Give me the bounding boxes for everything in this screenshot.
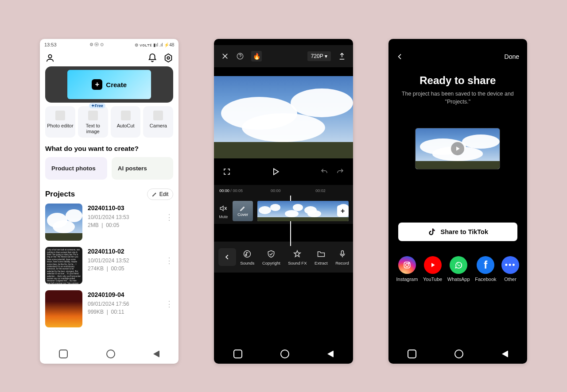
mute-icon [219, 204, 227, 212]
folder-icon [317, 250, 326, 258]
project-thumb [45, 290, 82, 327]
bell-icon[interactable] [148, 53, 157, 63]
tool-soundfx[interactable]: Sound FX [288, 249, 307, 265]
export-icon[interactable] [338, 52, 346, 60]
more-icon[interactable]: ⋮ [165, 247, 173, 265]
star-icon [293, 250, 302, 258]
share-header: Done [388, 44, 527, 69]
tool-autocut[interactable]: AutoCut [111, 106, 141, 138]
chevron-left-icon[interactable] [396, 53, 404, 60]
top-header [40, 50, 179, 65]
chevron-down-icon: ▾ [325, 53, 327, 59]
resolution-dropdown[interactable]: 720P▾ [307, 51, 331, 61]
project-row[interactable]: Only a fool can look at someone, see not… [45, 247, 173, 284]
nav-home-icon[interactable] [454, 350, 463, 358]
share-socials: Instagram YouTube WhatsApp fFacebook •••… [388, 241, 527, 282]
share-other[interactable]: •••Other [501, 256, 519, 282]
shared-video-thumb[interactable] [415, 128, 500, 169]
fullscreen-icon[interactable] [223, 168, 231, 176]
free-badge: ✦Free [89, 103, 105, 108]
video-preview[interactable] [214, 76, 353, 158]
tool-camera[interactable]: Camera [143, 106, 173, 138]
project-thumb: Only a fool can look at someone, see not… [45, 247, 82, 284]
instagram-icon [398, 256, 416, 274]
gear-icon[interactable] [163, 53, 173, 63]
nav-recent-icon[interactable] [59, 350, 68, 358]
tool-record[interactable]: Record [335, 249, 349, 265]
tool-text-to-image[interactable]: ✦FreeText to image [78, 106, 108, 138]
nav-back-icon[interactable] [327, 350, 334, 357]
plus-icon: + [92, 79, 102, 90]
nav-back-icon[interactable] [153, 350, 159, 357]
nav-recent-icon[interactable] [233, 350, 242, 358]
player-controls [214, 158, 353, 185]
tiktok-icon [427, 227, 436, 236]
time-ruler: 00:00 / 00:05 00:00 00:02 [214, 188, 353, 196]
create-card[interactable]: + Create [45, 66, 173, 103]
cover-button[interactable]: Cover [233, 201, 253, 221]
share-subtitle: The project has been saved to the device… [388, 90, 527, 106]
add-clip-button[interactable]: + [337, 205, 349, 217]
redo-icon[interactable] [336, 168, 344, 176]
android-navbar [388, 344, 527, 364]
tool-photo-editor[interactable]: Photo editor [45, 106, 75, 138]
tool-sounds[interactable]: Sounds [240, 249, 254, 265]
create-label: Create [106, 81, 127, 88]
project-name: 20240110-02 [88, 248, 160, 255]
nav-home-icon[interactable] [280, 350, 289, 358]
share-tiktok-button[interactable]: Share to TikTok [398, 223, 517, 241]
chevron-left-icon [224, 254, 230, 260]
youtube-icon [424, 256, 442, 274]
status-bar: 13:53 ⚙ ⓦ ⊙ ⊚ ᴠᴏʟᴛᴇ ▮ıl .ıl ⚡48 [40, 39, 179, 50]
project-date: 10/01/2024 13:52 [88, 257, 160, 264]
share-facebook[interactable]: fFacebook [475, 256, 496, 282]
create-button[interactable]: + Create [92, 79, 127, 90]
svg-point-9 [408, 263, 409, 264]
pencil-icon [152, 192, 157, 197]
android-navbar [214, 344, 353, 364]
done-button[interactable]: Done [505, 53, 519, 60]
nav-recent-icon[interactable] [408, 350, 416, 358]
home-screen: 13:53 ⚙ ⓦ ⊙ ⊚ ᴠᴏʟᴛᴇ ▮ıl .ıl ⚡48 + Create… [40, 39, 179, 364]
user-icon[interactable] [45, 53, 55, 63]
svg-point-5 [245, 254, 247, 255]
editor-header: 🔥 720P▾ [214, 45, 353, 67]
cat-ai-posters[interactable]: AI posters [112, 157, 174, 180]
shield-icon [267, 250, 276, 258]
tool-extract[interactable]: Extract [315, 249, 328, 265]
play-overlay-icon [451, 142, 464, 155]
svg-marker-1 [165, 54, 172, 62]
undo-icon[interactable] [320, 168, 328, 176]
more-icon[interactable]: ⋮ [165, 204, 173, 222]
toolbar-back-button[interactable] [218, 248, 236, 266]
nav-home-icon[interactable] [106, 350, 115, 358]
nav-back-icon[interactable] [502, 350, 508, 357]
help-icon[interactable] [236, 52, 244, 60]
more-icon[interactable]: ⋮ [165, 290, 173, 309]
share-whatsapp[interactable]: WhatsApp [447, 256, 470, 282]
editor-toolbar: Sounds Copyright Sound FX Extract Record [214, 242, 353, 273]
project-row[interactable]: 20240110-03 10/01/2024 13:53 2MB | 00:05… [45, 204, 173, 241]
share-screen: Done Ready to share The project has been… [388, 39, 527, 364]
play-icon[interactable] [271, 167, 280, 176]
pencil-icon [240, 205, 246, 211]
music-note-icon [243, 250, 252, 258]
svg-point-2 [167, 57, 170, 59]
fire-icon[interactable]: 🔥 [251, 51, 262, 61]
editor-screen: 🔥 720P▾ 00:00 / 00:05 00:00 00:02 Mute [214, 39, 353, 364]
project-row[interactable]: 20240109-04 09/01/2024 17:56 999KB | 00:… [45, 290, 173, 327]
tool-copyright[interactable]: Copyright [262, 249, 280, 265]
timeline[interactable]: 00:00 / 00:05 00:00 00:02 Mute Cover + [214, 185, 353, 224]
project-date: 10/01/2024 13:53 [88, 214, 160, 220]
edit-projects-button[interactable]: Edit [147, 188, 174, 200]
share-youtube[interactable]: YouTube [423, 256, 442, 282]
mute-button[interactable]: Mute [218, 204, 228, 219]
project-thumb [45, 204, 82, 241]
status-icons-left: ⚙ ⓦ ⊙ [89, 42, 104, 48]
svg-point-8 [406, 264, 409, 267]
cat-product-photos[interactable]: Product photos [45, 157, 107, 180]
status-time: 13:53 [44, 42, 57, 47]
share-instagram[interactable]: Instagram [396, 256, 418, 282]
clip-track[interactable] [257, 201, 348, 221]
close-icon[interactable] [221, 52, 229, 60]
